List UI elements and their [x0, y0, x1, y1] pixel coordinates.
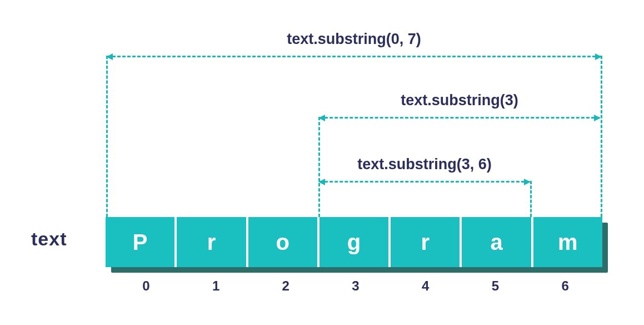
index-label: 1	[181, 278, 251, 294]
range-arrow-full	[107, 56, 601, 57]
range-arrow-from3	[319, 117, 600, 119]
char-cell: g	[319, 217, 391, 267]
range-label-full: text.substring(0, 7)	[106, 31, 602, 48]
index-label: 4	[391, 278, 461, 294]
char-strip: P r o g r a m	[106, 217, 602, 267]
char-cell: o	[248, 217, 319, 267]
index-label: 2	[251, 278, 321, 294]
range-drop-right-from3to6	[530, 181, 532, 217]
index-row: 0 1 2 3 4 5 6	[111, 278, 600, 294]
range-arrow-from3to6	[319, 181, 530, 183]
char-cell: P	[106, 217, 177, 267]
char-cell: r	[391, 217, 462, 267]
char-cell: a	[462, 217, 533, 267]
range-drop-left-full	[106, 56, 108, 217]
char-cell: m	[533, 217, 602, 267]
index-label: 0	[111, 278, 181, 294]
char-cell: r	[177, 217, 248, 267]
range-drop-right-full	[601, 56, 602, 217]
index-label: 6	[530, 278, 600, 294]
index-label: 3	[321, 278, 391, 294]
range-label-from3to6: text.substring(3, 6)	[318, 156, 531, 173]
index-label: 5	[461, 278, 531, 294]
variable-label: text	[31, 228, 67, 250]
range-label-from3: text.substring(3)	[318, 92, 601, 109]
substring-diagram: text text.substring(0, 7) text.substring…	[0, 0, 644, 325]
